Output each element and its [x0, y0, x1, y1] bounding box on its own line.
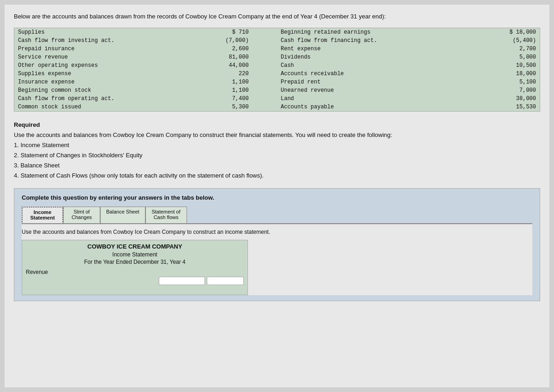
- tab-stmt-changes[interactable]: Stmt of Changes: [63, 207, 100, 223]
- account-left-label: Service revenue: [14, 53, 195, 61]
- company-name: COWBOY ICE CREAM COMPANY: [22, 240, 247, 251]
- account-left-value: 7,400: [195, 95, 252, 103]
- account-left-value: 220: [195, 70, 252, 78]
- account-right-label: Cash flow from financing act.: [277, 36, 474, 45]
- account-right-label: Unearned revenue: [277, 86, 474, 95]
- account-left-label: Beginning common stock: [14, 86, 195, 95]
- account-left-label: Supplies: [14, 28, 195, 36]
- accounts-table-wrapper: Supplies $ 710 Beginning retained earnin…: [14, 28, 540, 112]
- account-right-label: Cash: [277, 61, 474, 70]
- account-right-value: 5,100: [474, 78, 540, 86]
- account-left-value: 81,000: [195, 53, 252, 61]
- account-right-value: 38,000: [474, 95, 540, 103]
- account-right-value: 2,700: [474, 45, 540, 53]
- revenue-row-1: [22, 276, 247, 285]
- tabs-row: Income Statement Stmt of Changes Balance…: [22, 207, 532, 224]
- account-left-label: Other operating expenses: [14, 61, 195, 70]
- statement-period: For the Year Ended December 31, Year 4: [22, 258, 247, 267]
- account-left-value: 1,100: [195, 86, 252, 95]
- account-left-value: 5,300: [195, 103, 252, 111]
- account-left-value: (7,000): [195, 36, 252, 45]
- required-item-4: 4. Statement of Cash Flows (show only to…: [14, 171, 540, 181]
- account-right-value: 15,530: [474, 103, 540, 111]
- required-item-1: 1. Income Statement: [14, 140, 540, 150]
- account-left-label: Cash flow from operating act.: [14, 95, 195, 103]
- accounts-table: Supplies $ 710 Beginning retained earnin…: [14, 28, 540, 111]
- account-left-value: 1,100: [195, 78, 252, 86]
- account-right-value: 5,000: [474, 53, 540, 61]
- account-left-value: $ 710: [195, 28, 252, 36]
- required-instruction: Use the accounts and balances from Cowbo…: [14, 130, 540, 140]
- account-right-value: 10,500: [474, 61, 540, 70]
- statement-card: COWBOY ICE CREAM COMPANY Income Statemen…: [22, 240, 248, 295]
- account-right-label: Accounts payable: [277, 103, 474, 111]
- account-left-label: Supplies expense: [14, 70, 195, 78]
- tab-cash-flows[interactable]: Statement of Cash flows: [145, 207, 187, 223]
- required-item-2: 2. Statement of Changes in Stockholders'…: [14, 150, 540, 160]
- account-left-label: Insurance expense: [14, 78, 195, 86]
- question-instruction: Complete this question by entering your …: [22, 194, 532, 201]
- question-box: Complete this question by entering your …: [14, 188, 540, 301]
- tab-instruction: Use the accounts and balances from Cowbo…: [22, 229, 532, 235]
- required-item-3: 3. Balance Sheet: [14, 160, 540, 171]
- main-page: Below are the accounts and balances draw…: [5, 5, 549, 387]
- account-left-label: Cash flow from investing act.: [14, 36, 195, 45]
- required-title: Required: [14, 120, 540, 130]
- account-right-value: 18,000: [474, 70, 540, 78]
- account-right-label: Beginning retained earnings: [277, 28, 474, 36]
- statement-title: Income Statement: [22, 251, 247, 258]
- required-section: Required Use the accounts and balances f…: [14, 120, 540, 181]
- account-right-label: Accounts receivable: [277, 70, 474, 78]
- account-right-value: 7,000: [474, 86, 540, 95]
- account-left-value: 44,000: [195, 61, 252, 70]
- account-right-value: $ 18,000: [474, 28, 540, 36]
- account-right-label: Dividends: [277, 53, 474, 61]
- account-left-value: 2,600: [195, 45, 252, 53]
- revenue-input-2[interactable]: [207, 277, 244, 285]
- revenue-label: Revenue: [22, 267, 247, 276]
- tab-balance-sheet[interactable]: Balance Sheet: [100, 207, 145, 223]
- account-left-label: Common stock issued: [14, 103, 195, 111]
- account-right-value: (5,400): [474, 36, 540, 45]
- tab-content-income: Use the accounts and balances from Cowbo…: [22, 224, 532, 295]
- intro-paragraph: Below are the accounts and balances draw…: [14, 12, 540, 21]
- account-right-label: Rent expense: [277, 45, 474, 53]
- account-left-label: Prepaid insurance: [14, 45, 195, 53]
- account-right-label: Prepaid rent: [277, 78, 474, 86]
- account-right-label: Land: [277, 95, 474, 103]
- tab-income-statement[interactable]: Income Statement: [22, 207, 63, 223]
- revenue-input-1[interactable]: [159, 277, 205, 285]
